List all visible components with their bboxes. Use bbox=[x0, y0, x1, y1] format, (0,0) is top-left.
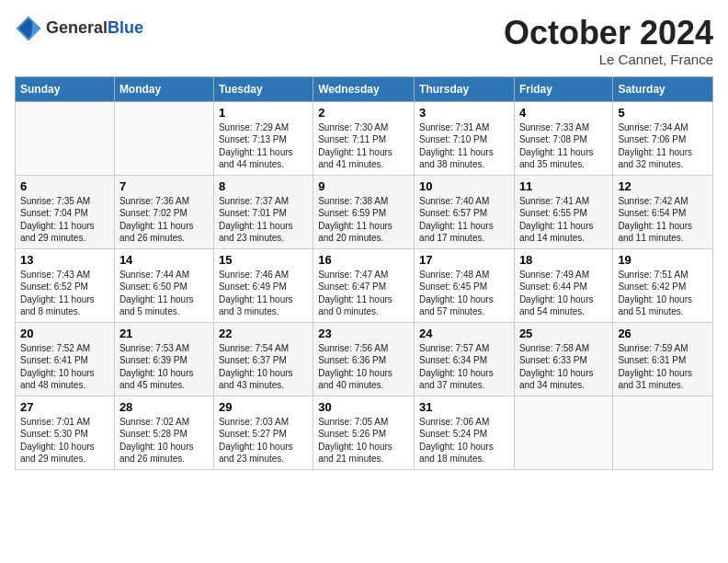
calendar-day-cell: 9Sunrise: 7:38 AM Sunset: 6:59 PM Daylig… bbox=[313, 175, 415, 248]
day-info: Sunrise: 7:34 AM Sunset: 7:06 PM Dayligh… bbox=[618, 121, 708, 171]
day-info: Sunrise: 7:59 AM Sunset: 6:31 PM Dayligh… bbox=[618, 342, 708, 392]
calendar-day-cell: 13Sunrise: 7:43 AM Sunset: 6:52 PM Dayli… bbox=[16, 248, 115, 322]
calendar-week-row: 6Sunrise: 7:35 AM Sunset: 7:04 PM Daylig… bbox=[16, 175, 713, 248]
weekday-header: Wednesday bbox=[313, 76, 415, 101]
calendar-day-cell: 20Sunrise: 7:52 AM Sunset: 6:41 PM Dayli… bbox=[16, 322, 115, 396]
weekday-header: Tuesday bbox=[213, 76, 313, 101]
day-number: 11 bbox=[519, 179, 608, 193]
calendar-week-row: 27Sunrise: 7:01 AM Sunset: 5:30 PM Dayli… bbox=[16, 396, 713, 469]
day-number: 7 bbox=[119, 179, 209, 193]
day-info: Sunrise: 7:37 AM Sunset: 7:01 PM Dayligh… bbox=[219, 195, 308, 245]
day-number: 30 bbox=[318, 400, 409, 414]
day-number: 26 bbox=[618, 327, 708, 340]
calendar-day-cell: 22Sunrise: 7:54 AM Sunset: 6:37 PM Dayli… bbox=[213, 322, 313, 396]
calendar-day-cell: 2Sunrise: 7:30 AM Sunset: 7:11 PM Daylig… bbox=[313, 101, 415, 175]
calendar-day-cell: 19Sunrise: 7:51 AM Sunset: 6:42 PM Dayli… bbox=[613, 248, 713, 322]
day-info: Sunrise: 7:35 AM Sunset: 7:04 PM Dayligh… bbox=[20, 195, 109, 245]
calendar-day-cell: 7Sunrise: 7:36 AM Sunset: 7:02 PM Daylig… bbox=[114, 175, 213, 248]
day-info: Sunrise: 7:05 AM Sunset: 5:26 PM Dayligh… bbox=[318, 416, 409, 465]
calendar-day-cell: 15Sunrise: 7:46 AM Sunset: 6:49 PM Dayli… bbox=[213, 248, 313, 322]
day-number: 20 bbox=[20, 327, 109, 340]
day-info: Sunrise: 7:56 AM Sunset: 6:36 PM Dayligh… bbox=[318, 342, 409, 392]
calendar-day-cell: 26Sunrise: 7:59 AM Sunset: 6:31 PM Dayli… bbox=[613, 322, 713, 396]
weekday-header: Thursday bbox=[415, 76, 515, 101]
weekday-header: Sunday bbox=[16, 76, 115, 101]
calendar-day-cell: 30Sunrise: 7:05 AM Sunset: 5:26 PM Dayli… bbox=[313, 396, 415, 469]
day-info: Sunrise: 7:42 AM Sunset: 6:54 PM Dayligh… bbox=[618, 195, 708, 245]
day-number: 24 bbox=[419, 327, 509, 340]
calendar-day-cell bbox=[16, 101, 115, 175]
day-number: 29 bbox=[219, 400, 308, 414]
day-info: Sunrise: 7:53 AM Sunset: 6:39 PM Dayligh… bbox=[119, 342, 209, 392]
calendar-day-cell: 21Sunrise: 7:53 AM Sunset: 6:39 PM Dayli… bbox=[114, 322, 213, 396]
calendar-day-cell: 3Sunrise: 7:31 AM Sunset: 7:10 PM Daylig… bbox=[415, 101, 515, 175]
day-info: Sunrise: 7:02 AM Sunset: 5:28 PM Dayligh… bbox=[119, 416, 209, 465]
day-number: 14 bbox=[119, 253, 209, 267]
day-number: 15 bbox=[219, 253, 308, 267]
day-number: 16 bbox=[318, 253, 409, 267]
day-info: Sunrise: 7:57 AM Sunset: 6:34 PM Dayligh… bbox=[419, 342, 509, 392]
day-number: 10 bbox=[419, 179, 509, 193]
day-info: Sunrise: 7:46 AM Sunset: 6:49 PM Dayligh… bbox=[219, 269, 308, 318]
calendar-day-cell: 29Sunrise: 7:03 AM Sunset: 5:27 PM Dayli… bbox=[213, 396, 313, 469]
day-info: Sunrise: 7:44 AM Sunset: 6:50 PM Dayligh… bbox=[119, 269, 209, 318]
day-number: 1 bbox=[219, 106, 308, 120]
day-info: Sunrise: 7:52 AM Sunset: 6:41 PM Dayligh… bbox=[20, 342, 109, 392]
calendar-day-cell: 4Sunrise: 7:33 AM Sunset: 7:08 PM Daylig… bbox=[514, 101, 612, 175]
day-info: Sunrise: 7:33 AM Sunset: 7:08 PM Dayligh… bbox=[519, 121, 608, 171]
calendar-day-cell: 5Sunrise: 7:34 AM Sunset: 7:06 PM Daylig… bbox=[613, 101, 713, 175]
weekday-header-row: SundayMondayTuesdayWednesdayThursdayFrid… bbox=[16, 76, 713, 101]
calendar-day-cell: 1Sunrise: 7:29 AM Sunset: 7:13 PM Daylig… bbox=[213, 101, 313, 175]
weekday-header: Monday bbox=[114, 76, 213, 101]
day-number: 8 bbox=[219, 179, 308, 193]
day-info: Sunrise: 7:38 AM Sunset: 6:59 PM Dayligh… bbox=[318, 195, 409, 245]
calendar-day-cell: 10Sunrise: 7:40 AM Sunset: 6:57 PM Dayli… bbox=[415, 175, 515, 248]
day-info: Sunrise: 7:41 AM Sunset: 6:55 PM Dayligh… bbox=[519, 195, 608, 245]
day-number: 2 bbox=[318, 106, 409, 120]
calendar-week-row: 13Sunrise: 7:43 AM Sunset: 6:52 PM Dayli… bbox=[16, 248, 713, 322]
day-number: 23 bbox=[318, 327, 409, 340]
day-info: Sunrise: 7:58 AM Sunset: 6:33 PM Dayligh… bbox=[519, 342, 608, 392]
day-info: Sunrise: 7:30 AM Sunset: 7:11 PM Dayligh… bbox=[318, 121, 409, 171]
day-info: Sunrise: 7:51 AM Sunset: 6:42 PM Dayligh… bbox=[618, 269, 708, 318]
day-info: Sunrise: 7:43 AM Sunset: 6:52 PM Dayligh… bbox=[20, 269, 109, 318]
calendar-week-row: 20Sunrise: 7:52 AM Sunset: 6:41 PM Dayli… bbox=[16, 322, 713, 396]
calendar-day-cell bbox=[114, 101, 213, 175]
calendar-day-cell bbox=[514, 396, 612, 469]
calendar-week-row: 1Sunrise: 7:29 AM Sunset: 7:13 PM Daylig… bbox=[16, 101, 713, 175]
day-number: 22 bbox=[219, 327, 308, 340]
calendar-day-cell: 23Sunrise: 7:56 AM Sunset: 6:36 PM Dayli… bbox=[313, 322, 415, 396]
logo-blue-text: Blue bbox=[108, 18, 143, 37]
day-info: Sunrise: 7:03 AM Sunset: 5:27 PM Dayligh… bbox=[219, 416, 308, 465]
calendar-day-cell: 17Sunrise: 7:48 AM Sunset: 6:45 PM Dayli… bbox=[415, 248, 515, 322]
calendar-day-cell: 28Sunrise: 7:02 AM Sunset: 5:28 PM Dayli… bbox=[114, 396, 213, 469]
calendar-day-cell: 27Sunrise: 7:01 AM Sunset: 5:30 PM Dayli… bbox=[16, 396, 115, 469]
day-number: 13 bbox=[20, 253, 109, 267]
day-number: 19 bbox=[618, 253, 708, 267]
weekday-header: Saturday bbox=[613, 76, 713, 101]
weekday-header: Friday bbox=[514, 76, 612, 101]
day-number: 6 bbox=[20, 179, 109, 193]
calendar-day-cell: 24Sunrise: 7:57 AM Sunset: 6:34 PM Dayli… bbox=[415, 322, 515, 396]
day-info: Sunrise: 7:29 AM Sunset: 7:13 PM Dayligh… bbox=[219, 121, 308, 171]
title-block: October 2024 Le Cannet, France bbox=[504, 15, 713, 67]
calendar-day-cell bbox=[613, 396, 713, 469]
day-info: Sunrise: 7:06 AM Sunset: 5:24 PM Dayligh… bbox=[419, 416, 509, 465]
day-number: 25 bbox=[519, 327, 608, 340]
calendar-day-cell: 18Sunrise: 7:49 AM Sunset: 6:44 PM Dayli… bbox=[514, 248, 612, 322]
day-info: Sunrise: 7:31 AM Sunset: 7:10 PM Dayligh… bbox=[419, 121, 509, 171]
calendar-day-cell: 8Sunrise: 7:37 AM Sunset: 7:01 PM Daylig… bbox=[213, 175, 313, 248]
day-number: 21 bbox=[119, 327, 209, 340]
day-info: Sunrise: 7:36 AM Sunset: 7:02 PM Dayligh… bbox=[119, 195, 209, 245]
calendar-day-cell: 16Sunrise: 7:47 AM Sunset: 6:47 PM Dayli… bbox=[313, 248, 415, 322]
day-info: Sunrise: 7:54 AM Sunset: 6:37 PM Dayligh… bbox=[219, 342, 308, 392]
day-info: Sunrise: 7:48 AM Sunset: 6:45 PM Dayligh… bbox=[419, 269, 509, 318]
logo-icon bbox=[15, 15, 42, 42]
day-number: 3 bbox=[419, 106, 509, 120]
day-number: 18 bbox=[519, 253, 608, 267]
day-info: Sunrise: 7:01 AM Sunset: 5:30 PM Dayligh… bbox=[20, 416, 109, 465]
day-number: 17 bbox=[419, 253, 509, 267]
day-number: 28 bbox=[119, 400, 209, 414]
day-number: 12 bbox=[618, 179, 708, 193]
logo: GeneralBlue bbox=[15, 15, 143, 42]
